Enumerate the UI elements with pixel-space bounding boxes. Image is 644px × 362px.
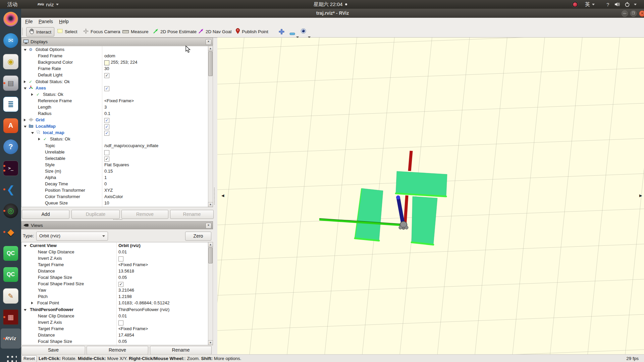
close-button[interactable]: ✕ bbox=[639, 10, 644, 17]
zero-button[interactable]: Zero bbox=[185, 232, 211, 241]
tree-row[interactable]: Invert Z Axis bbox=[21, 319, 213, 326]
tree-row[interactable]: ✓Status: Ok bbox=[21, 92, 213, 98]
tree-row[interactable]: Queue Size10 bbox=[21, 200, 213, 206]
speaker-app-icon[interactable]: ◉ bbox=[3, 54, 19, 70]
tree-row[interactable]: Focal Shape Fixed Size✓ bbox=[21, 281, 213, 287]
checkbox-unchecked[interactable] bbox=[118, 256, 123, 261]
panel-viewport-splitter[interactable] bbox=[214, 188, 215, 204]
tree-row[interactable]: Grid✓ bbox=[21, 117, 213, 123]
tree-row[interactable]: Unreliable bbox=[21, 149, 213, 156]
collapse-left-panel-icon[interactable]: ◀ bbox=[221, 193, 224, 198]
eye-icon[interactable] bbox=[301, 28, 306, 35]
tree-collapse-icon[interactable] bbox=[31, 93, 33, 96]
tree-row[interactable]: Focal Shape Size0.05 bbox=[21, 339, 213, 345]
scroll-up-icon[interactable]: ▲ bbox=[208, 242, 213, 247]
checkbox-checked[interactable]: ✓ bbox=[104, 124, 109, 129]
tree-expand-icon[interactable] bbox=[31, 132, 34, 134]
checkbox-checked[interactable]: ✓ bbox=[118, 282, 123, 287]
tree-row[interactable]: Axes✓ bbox=[21, 85, 213, 92]
tool-interact[interactable]: Interact bbox=[26, 27, 54, 37]
qtcreator-icon[interactable]: QC bbox=[3, 245, 19, 261]
tree-row[interactable]: Focal Shape Size0.05 bbox=[21, 275, 213, 281]
system-menu-caret[interactable] bbox=[634, 0, 637, 9]
clock-button[interactable]: 星期六 22:04 bbox=[304, 0, 357, 9]
tree-row[interactable]: Target Frame<Fixed Frame> bbox=[21, 326, 213, 332]
menu-panels[interactable]: Panels bbox=[39, 19, 53, 24]
tree-row[interactable]: Focal Point1.0183; -0.86844; 0.51242 bbox=[21, 300, 213, 306]
tree-row[interactable]: Yaw3.21046 bbox=[21, 287, 213, 294]
maximize-button[interactable]: ❐ bbox=[630, 10, 637, 17]
tree-row[interactable]: ✓Global Status: Ok bbox=[21, 79, 213, 85]
tree-collapse-icon[interactable] bbox=[31, 302, 33, 304]
orange-cube-icon[interactable]: ◆ bbox=[3, 224, 19, 240]
tree-collapse-icon[interactable] bbox=[24, 80, 26, 83]
tool-measure[interactable]: Measure bbox=[122, 27, 149, 36]
tree-row[interactable]: ThirdPersonFollowerThirdPersonFollower (… bbox=[21, 307, 213, 313]
minimize-button[interactable]: — bbox=[622, 10, 628, 17]
tree-expand-icon[interactable] bbox=[24, 49, 26, 51]
tree-row[interactable]: Focal Shape Fixed Size✓ bbox=[21, 345, 213, 345]
tree-collapse-icon[interactable] bbox=[38, 138, 40, 140]
tree-row[interactable]: Selectable✓ bbox=[21, 156, 213, 162]
tree-row[interactable]: Length3 bbox=[21, 104, 213, 111]
colorful-ring-app-icon[interactable] bbox=[3, 11, 19, 27]
minus-icon[interactable] bbox=[289, 31, 295, 37]
camera-lens-icon[interactable]: ◎ bbox=[3, 203, 19, 219]
menu-file[interactable]: File bbox=[25, 19, 33, 24]
thunderbird-icon[interactable]: ✉ bbox=[3, 33, 19, 49]
rviz-icon[interactable]: RViz bbox=[3, 330, 19, 347]
tool-2d-nav-goal[interactable]: 2D Nav Goal bbox=[198, 27, 231, 36]
app-grid-icon[interactable] bbox=[3, 352, 19, 362]
tree-row[interactable]: Color TransformerAxisColor bbox=[21, 194, 213, 200]
multi-terminal-icon[interactable]: ▦ bbox=[3, 309, 19, 325]
tree-row[interactable]: Frame Rate30 bbox=[21, 66, 213, 72]
checkbox-checked[interactable]: ✓ bbox=[104, 86, 109, 91]
tool-select[interactable]: Select bbox=[57, 27, 77, 36]
view-type-dropdown[interactable]: Orbit (rviz) bbox=[36, 232, 108, 241]
color-swatch[interactable] bbox=[104, 60, 109, 65]
tree-expand-icon[interactable] bbox=[24, 126, 26, 128]
tree-row[interactable]: ✓Status: Ok bbox=[21, 136, 213, 142]
tree-row[interactable]: Current ViewOrbit (rviz) bbox=[21, 243, 213, 249]
screen-record-indicator[interactable] bbox=[572, 0, 578, 9]
tree-row[interactable]: Fixed Frameodom bbox=[21, 53, 213, 59]
power-button[interactable] bbox=[625, 0, 630, 9]
tree-row[interactable]: Topic/sdf_map/occupancy_inflate bbox=[21, 143, 213, 149]
help-icon[interactable]: ? bbox=[3, 139, 19, 155]
tool-2d-pose-estimate[interactable]: 2D Pose Estimate bbox=[153, 27, 197, 36]
tree-expand-icon[interactable] bbox=[24, 87, 26, 89]
input-method-button[interactable]: 英 bbox=[585, 0, 595, 9]
checkbox-checked[interactable]: ✓ bbox=[104, 131, 109, 136]
tree-row[interactable]: Background Color255; 253; 224 bbox=[21, 59, 213, 66]
reset-button[interactable]: Reset bbox=[21, 355, 37, 362]
tree-row[interactable]: Position TransformerXYZ bbox=[21, 187, 213, 194]
tree-row[interactable]: Size (m)0.15 bbox=[21, 168, 213, 175]
toolbar-drag-handle[interactable] bbox=[22, 28, 23, 35]
ubuntu-software-icon[interactable]: A bbox=[3, 118, 19, 134]
tree-expand-icon[interactable] bbox=[24, 245, 26, 247]
activities-button[interactable]: 活动 bbox=[7, 0, 17, 9]
terminal-icon[interactable]: >_ bbox=[3, 160, 19, 176]
scroll-down-icon[interactable]: ▼ bbox=[208, 202, 213, 207]
displays-scrollbar-thumb[interactable] bbox=[208, 51, 213, 76]
app-menu[interactable]: RViz rviz bbox=[38, 0, 59, 9]
checkbox-checked[interactable]: ✓ bbox=[104, 157, 109, 162]
tree-row[interactable]: Near Clip Distance0.01 bbox=[21, 249, 213, 255]
tree-row[interactable]: Reference Frame<Fixed Frame> bbox=[21, 98, 213, 104]
checkbox-unchecked[interactable] bbox=[104, 150, 109, 155]
checkbox-unchecked[interactable] bbox=[118, 320, 123, 325]
rename-view-button[interactable]: Rename bbox=[150, 346, 212, 355]
tool-publish-point[interactable]: Publish Point bbox=[236, 27, 268, 36]
tool-focus-camera[interactable]: Focus Camera bbox=[83, 27, 120, 36]
remove-view-button[interactable]: Remove bbox=[87, 346, 148, 355]
help-indicator[interactable]: ? bbox=[606, 0, 609, 9]
tree-row[interactable]: Invert Z Axis bbox=[21, 255, 213, 262]
plus-icon[interactable] bbox=[279, 29, 284, 36]
tree-row[interactable]: Decay Time0 bbox=[21, 181, 213, 187]
tree-row[interactable]: Pitch1.2198 bbox=[21, 294, 213, 300]
collapse-right-panel-icon[interactable]: ▶ bbox=[639, 193, 642, 198]
tree-row[interactable]: ⚙Global Options bbox=[21, 47, 213, 53]
menu-help[interactable]: Help bbox=[59, 19, 69, 24]
tree-row[interactable]: local_map✓ bbox=[21, 130, 213, 136]
file-cabinet-icon[interactable]: ▤ bbox=[3, 75, 19, 91]
